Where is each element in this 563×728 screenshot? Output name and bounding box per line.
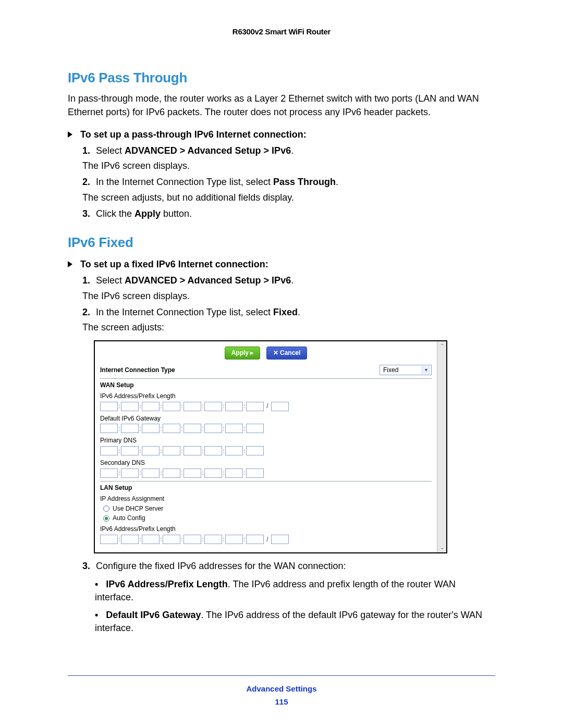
step-result: The IPv6 screen displays. <box>82 159 495 172</box>
ipv6-segment-input[interactable] <box>142 446 160 455</box>
menu-path: ADVANCED > Advanced Setup > IPv6 <box>125 145 291 156</box>
triangle-bullet-icon <box>68 261 72 267</box>
ipv6-segment-input[interactable] <box>142 424 160 433</box>
prefix-length-input[interactable] <box>271 535 289 544</box>
ipv6-segment-input[interactable] <box>204 468 222 478</box>
ipv6-segment-input[interactable] <box>246 446 264 455</box>
wan-address-input-row: : : : : : : : / <box>100 402 432 411</box>
ipv6-segment-input[interactable] <box>100 446 118 455</box>
ipv6-segment-input[interactable] <box>163 446 180 455</box>
ipv6-segment-input[interactable] <box>204 424 222 433</box>
ipv6-segment-input[interactable] <box>225 424 243 433</box>
scroll-down-icon: ⌄ <box>440 543 444 552</box>
text: . <box>298 307 300 317</box>
ipv6-segment-input[interactable] <box>121 402 139 411</box>
radio-label: Use DHCP Server <box>113 504 163 513</box>
ipv6-segment-input[interactable] <box>100 468 118 478</box>
wan-setup-heading: WAN Setup <box>100 378 432 390</box>
footer-divider <box>68 675 495 676</box>
use-dhcp-radio-row[interactable]: Use DHCP Server <box>103 504 432 513</box>
step-3: 3. Configure the fixed IPv6 addresses fo… <box>82 560 495 573</box>
ipv6-segment-input[interactable] <box>121 535 139 544</box>
ipv6-segment-input[interactable] <box>225 468 243 478</box>
apply-button[interactable]: Apply ▸ <box>225 347 261 360</box>
primary-dns-input-row: : : : : : : : <box>100 446 432 455</box>
scroll-up-icon: ⌃ <box>440 341 444 351</box>
procedure-title-text: To set up a fixed IPv6 Internet connecti… <box>80 259 268 269</box>
default-gateway-input-row: : : : : : : : <box>100 424 432 433</box>
text: . <box>336 177 338 187</box>
auto-config-radio-row[interactable]: Auto Config <box>103 514 432 523</box>
radio-label: Auto Config <box>113 514 145 523</box>
connection-type-label: Internet Connection Type <box>100 366 175 375</box>
ipv6-segment-input[interactable] <box>246 424 264 433</box>
connection-type-value: Fixed <box>383 366 398 375</box>
ipv6-segment-input[interactable] <box>183 446 201 455</box>
ipv6-segment-input[interactable] <box>183 424 201 433</box>
doc-header: R6300v2 Smart WiFi Router <box>68 26 495 37</box>
config-screenshot: Apply ▸ ✕ Cancel Internet Connection Typ… <box>94 340 447 553</box>
prefix-length-input[interactable] <box>271 402 289 411</box>
step-1: 1. Select ADVANCED > Advanced Setup > IP… <box>82 274 495 302</box>
ipv6-segment-input[interactable] <box>204 446 222 455</box>
secondary-dns-input-row: : : : : : : : <box>100 468 432 478</box>
connection-type-select[interactable]: Fixed ▾ <box>380 365 432 375</box>
footer-section-name: Advanced Settings <box>0 683 563 694</box>
radio-icon <box>103 505 109 512</box>
ipv6-segment-input[interactable] <box>142 402 160 411</box>
wan-address-label: IPv6 Address/Prefix Length <box>100 392 432 401</box>
ipv6-segment-input[interactable] <box>121 424 139 433</box>
step-3: 3. Click the Apply button. <box>82 207 495 220</box>
step-1: 1. Select ADVANCED > Advanced Setup > IP… <box>82 144 495 172</box>
text: In the Internet Connection Type list, se… <box>96 307 273 317</box>
scrollbar[interactable]: ⌃ ⌄ <box>437 341 446 552</box>
ipv6-segment-input[interactable] <box>163 468 180 478</box>
bullet-item: Default IPv6 Gateway. The IPv6 address o… <box>95 609 495 635</box>
ipv6-segment-input[interactable] <box>163 535 180 544</box>
step-result: The screen adjusts: <box>82 321 495 334</box>
chevron-down-icon: ▾ <box>422 366 430 374</box>
text: Select <box>96 145 125 156</box>
ipv6-segment-input[interactable] <box>100 402 118 411</box>
default-gateway-label: Default IPv6 Gateway <box>100 414 432 423</box>
step-result: The IPv6 screen displays. <box>82 290 495 303</box>
ipv6-segment-input[interactable] <box>246 535 264 544</box>
lan-address-label: IPv6 Address/Prefix Length <box>100 525 432 534</box>
ipv6-segment-input[interactable] <box>183 535 201 544</box>
ipv6-segment-input[interactable] <box>121 468 139 478</box>
step-result: The screen adjusts, but no additional fi… <box>82 191 495 204</box>
text: Select <box>96 275 125 286</box>
ipv6-segment-input[interactable] <box>225 402 243 411</box>
ipv6-segment-input[interactable] <box>163 424 180 433</box>
lan-setup-heading: LAN Setup <box>100 481 432 492</box>
ipv6-segment-input[interactable] <box>163 402 180 411</box>
ipv6-segment-input[interactable] <box>204 535 222 544</box>
ipv6-segment-input[interactable] <box>204 402 222 411</box>
text: button. <box>161 208 192 219</box>
paragraph: In pass-through mode, the router works a… <box>68 92 495 118</box>
ipv6-segment-input[interactable] <box>142 468 160 478</box>
procedure-title: To set up a pass-through IPv6 Internet c… <box>68 128 495 141</box>
procedure-title-text: To set up a pass-through IPv6 Internet c… <box>80 129 307 140</box>
bullet-item: IPv6 Address/Prefix Length. The IPv6 add… <box>95 578 495 604</box>
text: Click the <box>96 208 134 219</box>
text: . <box>291 275 293 286</box>
term: Default IPv6 Gateway <box>106 610 201 620</box>
ipv6-segment-input[interactable] <box>225 446 243 455</box>
radio-icon <box>103 515 109 522</box>
ipv6-segment-input[interactable] <box>246 402 264 411</box>
ipv6-segment-input[interactable] <box>183 468 201 478</box>
ipv6-segment-input[interactable] <box>246 468 264 478</box>
ipv6-segment-input[interactable] <box>183 402 201 411</box>
step-2: 2. In the Internet Connection Type list,… <box>82 176 495 204</box>
cancel-button[interactable]: ✕ Cancel <box>266 347 308 360</box>
ipv6-segment-input[interactable] <box>121 446 139 455</box>
button-name: Apply <box>134 208 161 219</box>
text: Configure the fixed IPv6 addresses for t… <box>96 561 346 571</box>
page-number: 115 <box>0 696 563 707</box>
ipv6-segment-input[interactable] <box>100 535 118 544</box>
ipv6-segment-input[interactable] <box>100 424 118 433</box>
ipv6-segment-input[interactable] <box>142 535 160 544</box>
menu-path: ADVANCED > Advanced Setup > IPv6 <box>125 275 291 286</box>
ipv6-segment-input[interactable] <box>225 535 243 544</box>
